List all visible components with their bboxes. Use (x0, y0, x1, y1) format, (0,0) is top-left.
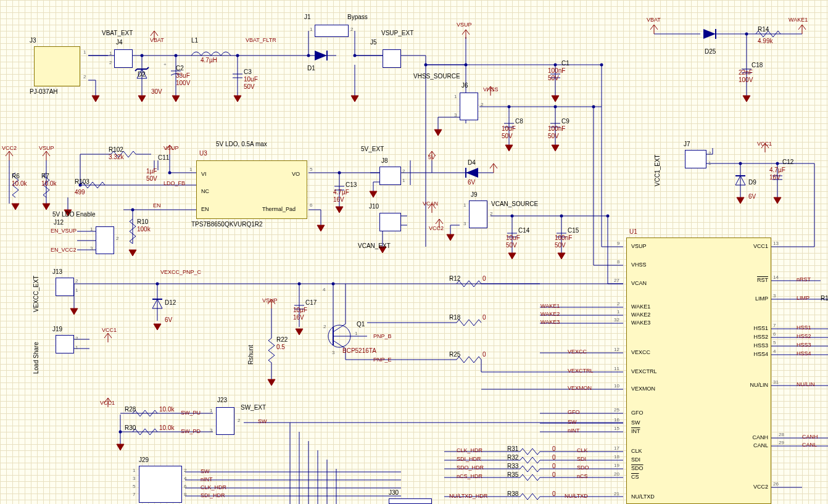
ref-R6: R6 (12, 173, 20, 180)
val-R12: 0 (482, 275, 486, 282)
svg-point-217 (131, 209, 135, 212)
net-VSUP-2: VSUP (39, 145, 54, 151)
val-C15: 100nF (555, 234, 572, 241)
pin-VCAN: VCAN (631, 280, 647, 286)
val-R38: 0 (552, 490, 556, 497)
net-VCC2: VCC2 (2, 145, 17, 151)
name-5v-ldo-enable: 5V LDO Enable (52, 211, 96, 218)
ref-D12: D12 (165, 299, 176, 306)
net-SW-PD: SW_PD (181, 428, 201, 434)
svg-point-221 (607, 215, 610, 218)
svg-line-145 (135, 69, 137, 71)
volt-C8: 50V (502, 133, 513, 139)
net-PNP-E: PNP_E (373, 357, 392, 363)
val-R14: 4.99k (758, 38, 772, 44)
net-nCS: nCS (577, 473, 588, 479)
ref-D25: D25 (705, 48, 716, 55)
pin-VSUP: VSUP (631, 243, 647, 249)
net-VCC1-j19: VCC1 (102, 327, 117, 333)
svg-marker-176 (172, 96, 180, 102)
ref-J5: J5 (370, 39, 377, 46)
ref-R32: R32 (507, 454, 518, 461)
ref-J1: J1 (304, 14, 311, 20)
pin-NULIN: NU/LIN (750, 382, 768, 388)
net-VSUP-4: VSUP (262, 297, 278, 304)
val-R31: 0 (552, 445, 556, 452)
net-5V: 5V (428, 154, 435, 160)
ref-C3: C3 (244, 68, 252, 75)
ref-C18: C18 (751, 62, 763, 68)
net-VSUP: VSUP (457, 22, 472, 28)
pin-WAKE3: WAKE3 (631, 320, 650, 326)
net-LDO-FB: LDO_FB (164, 180, 185, 186)
pin-WAKE2: WAKE2 (631, 312, 650, 318)
svg-point-220 (560, 215, 563, 218)
val-D12: 6V (165, 316, 172, 323)
svg-marker-197 (70, 308, 78, 315)
svg-marker-178 (351, 96, 358, 102)
part-U3: TPS7B8650QKVURQ1R2 (191, 221, 263, 228)
volt-C9: 50V (548, 133, 559, 139)
ref-C14: C14 (518, 227, 529, 234)
connector-J29 (139, 466, 182, 503)
net-PNP-B: PNP_B (373, 333, 392, 339)
text-vexcc-ext: VEXCC_EXT (33, 276, 39, 312)
svg-point-214 (745, 33, 748, 36)
ref-R15: R1 (821, 295, 828, 302)
net-GFO: GFO (568, 409, 580, 415)
ref-C13: C13 (346, 181, 357, 188)
volt-C12: 16V (769, 174, 780, 181)
svg-marker-199 (296, 329, 303, 335)
ref-J23: J23 (217, 397, 227, 403)
val-C9: 100nF (548, 125, 565, 132)
svg-marker-175 (138, 96, 146, 102)
svg-point-207 (424, 64, 428, 67)
name-vsup-ext: VSUP_EXT (381, 30, 413, 36)
net-SW-u1: SW (568, 419, 577, 425)
net-WAKE1-u1: WAKE1 (540, 303, 560, 309)
net-SDO-HDR: SDO_HDR (457, 465, 484, 471)
net-CANH: CANH (802, 434, 818, 440)
connector-J10 (379, 213, 401, 231)
val-C14: 10uF (506, 234, 520, 241)
net-SW-j29: SW (201, 468, 210, 474)
ref-R7: R7 (41, 173, 49, 180)
net-VCAN: VCAN (423, 200, 438, 207)
val-R10: 100k (137, 226, 151, 233)
volt-C14: 50V (506, 242, 517, 249)
connector-J19 (56, 335, 74, 353)
ref-J3: J3 (30, 37, 36, 44)
svg-marker-28 (703, 29, 716, 39)
net-VHSS: VHSS (483, 86, 499, 93)
ref-J6: J6 (462, 82, 468, 89)
val-R28: 10.0k (159, 406, 174, 413)
net-VBAT-FLTR: VBAT_FLTR (246, 37, 276, 43)
val-R22: 0.5 (276, 344, 285, 350)
volt-C18: 100V (739, 76, 753, 83)
svg-point-205 (307, 54, 310, 57)
net-NULTXD-HDR: NU/LTXD_HDR (449, 493, 487, 499)
pin-SDI: SDI (631, 456, 640, 463)
val-C18: 22nF (739, 69, 753, 76)
svg-marker-189 (336, 207, 343, 213)
val-R30: 10.0k (159, 424, 174, 431)
volt-C15: 50V (555, 242, 566, 249)
name-vcan-ext: VCAN_EXT (358, 242, 391, 249)
connector-J30 (389, 498, 432, 504)
svg-marker-184 (12, 204, 19, 210)
pin-HSS4: HSS4 (753, 351, 768, 357)
svg-point-219 (511, 215, 514, 218)
ref-R10: R10 (137, 218, 148, 225)
val-R32: 0 (552, 454, 556, 461)
val-C3: 10uF (244, 76, 258, 83)
pin-CS: CS (631, 474, 639, 480)
name-J1: Bypass (347, 14, 368, 20)
ref-R103: R103 (75, 178, 89, 185)
name-U3: 5V LDO, 0.5A max (216, 141, 267, 147)
net-CLK: CLK (577, 447, 588, 453)
svg-point-212 (592, 105, 595, 109)
ref-J8: J8 (381, 157, 388, 164)
net-WAKE2-u1: WAKE2 (540, 311, 560, 317)
text-loadshare: Load Share (33, 342, 39, 374)
volt-C2: 100V (176, 80, 190, 86)
